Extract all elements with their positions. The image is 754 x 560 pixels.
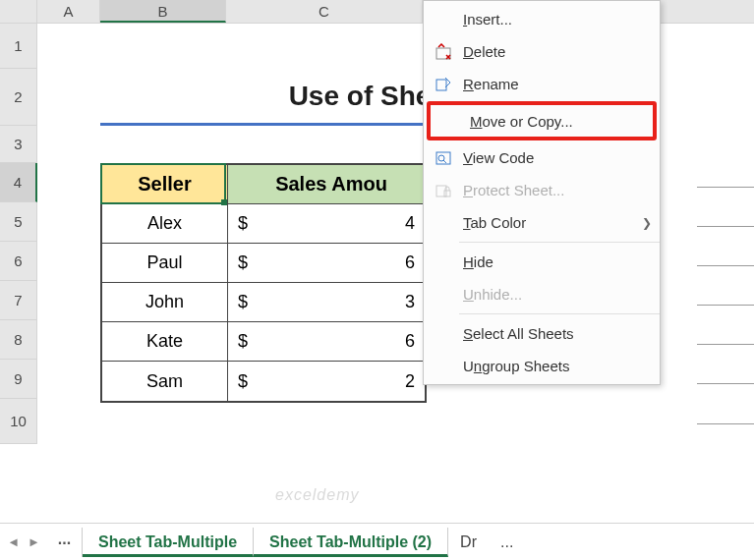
table-row: Kate $6 bbox=[102, 322, 425, 362]
cell-amount[interactable]: $2 bbox=[228, 362, 425, 401]
header-seller[interactable]: Seller bbox=[102, 165, 228, 204]
sheet-tab-3[interactable]: Dr bbox=[448, 528, 489, 557]
tab-color-icon bbox=[430, 212, 457, 234]
menu-protect: Protect Sheet... bbox=[424, 174, 660, 206]
header-amount[interactable]: Sales Amou bbox=[228, 165, 425, 204]
select-all-corner[interactable] bbox=[0, 0, 37, 23]
row-header-6[interactable]: 6 bbox=[0, 242, 37, 281]
row-header-4[interactable]: 4 bbox=[0, 163, 37, 202]
row-headers: 1 2 3 4 5 6 7 8 9 10 bbox=[0, 24, 37, 444]
menu-label: Ungroup Sheets bbox=[463, 358, 652, 374]
chevron-left-icon[interactable]: ◄ bbox=[7, 534, 20, 549]
col-header-b[interactable]: B bbox=[100, 0, 226, 23]
menu-separator bbox=[459, 313, 660, 314]
move-copy-icon bbox=[436, 110, 464, 132]
menu-tab-color[interactable]: Tab Color ❯ bbox=[424, 206, 660, 239]
menu-delete[interactable]: Delete bbox=[424, 35, 660, 68]
tab-overflow-left[interactable]: ... bbox=[47, 528, 83, 557]
insert-icon bbox=[430, 9, 457, 30]
menu-move-copy[interactable]: Move or Copy... bbox=[427, 101, 657, 140]
cell-amount[interactable]: $6 bbox=[228, 322, 425, 362]
cell-seller[interactable]: Kate bbox=[102, 322, 228, 362]
menu-label: Rename bbox=[463, 76, 652, 92]
row-header-9[interactable]: 9 bbox=[0, 360, 37, 399]
protect-icon bbox=[430, 180, 457, 201]
table-row: John $3 bbox=[102, 283, 425, 322]
menu-label: Hide bbox=[463, 253, 652, 270]
cell-amount[interactable]: $4 bbox=[228, 204, 425, 244]
sheet-tab-2[interactable]: Sheet Tab-Multiple (2) bbox=[254, 528, 448, 557]
cell-amount[interactable]: $3 bbox=[228, 283, 425, 322]
row-header-7[interactable]: 7 bbox=[0, 281, 37, 320]
row-header-2[interactable]: 2 bbox=[0, 69, 37, 126]
delete-icon bbox=[430, 41, 457, 63]
chevron-right-icon[interactable]: ► bbox=[28, 534, 40, 549]
hide-icon bbox=[430, 252, 457, 273]
menu-insert[interactable]: Insert... bbox=[424, 3, 660, 35]
table-row: Alex $4 bbox=[102, 204, 425, 244]
row-header-1[interactable]: 1 bbox=[0, 24, 37, 69]
table-row: Sam $2 bbox=[102, 362, 425, 401]
sheet-tab-1[interactable]: Sheet Tab-Multiple bbox=[83, 528, 254, 557]
right-cells bbox=[697, 187, 754, 424]
svg-rect-5 bbox=[444, 191, 450, 196]
cell-seller[interactable]: Paul bbox=[102, 244, 228, 283]
row-header-3[interactable]: 3 bbox=[0, 126, 37, 163]
col-header-c[interactable]: C bbox=[226, 0, 423, 23]
sheet-tab-bar: ◄ ► ... Sheet Tab-Multiple Sheet Tab-Mul… bbox=[0, 523, 754, 560]
menu-separator bbox=[459, 242, 660, 243]
menu-label: Move or Copy... bbox=[470, 113, 645, 130]
menu-label: Delete bbox=[463, 43, 652, 60]
menu-label: View Code bbox=[463, 149, 652, 166]
ungroup-icon bbox=[430, 356, 457, 377]
chevron-right-icon: ❯ bbox=[642, 216, 652, 230]
menu-label: Insert... bbox=[463, 11, 652, 28]
menu-label: Select All Sheets bbox=[463, 325, 652, 342]
view-code-icon bbox=[430, 147, 457, 169]
table-row: Paul $6 bbox=[102, 244, 425, 283]
menu-rename[interactable]: Rename bbox=[424, 68, 660, 100]
cell-seller[interactable]: Alex bbox=[102, 204, 228, 244]
menu-label: Protect Sheet... bbox=[463, 182, 652, 198]
cell-amount[interactable]: $6 bbox=[228, 244, 425, 283]
menu-ungroup[interactable]: Ungroup Sheets bbox=[424, 350, 660, 382]
row-header-8[interactable]: 8 bbox=[0, 320, 37, 360]
tab-nav[interactable]: ◄ ► bbox=[0, 534, 47, 549]
row-header-5[interactable]: 5 bbox=[0, 202, 37, 242]
select-all-icon bbox=[430, 323, 457, 345]
rename-icon bbox=[430, 74, 457, 95]
menu-label: Tab Color bbox=[463, 214, 642, 231]
data-table: Seller Sales Amou Alex $4 Paul $6 John $… bbox=[100, 163, 427, 403]
row-header-10[interactable]: 10 bbox=[0, 399, 37, 444]
spreadsheet-grid: A B C D 1 2 3 4 5 6 7 8 9 10 Use of She … bbox=[0, 0, 754, 499]
cell-seller[interactable]: Sam bbox=[102, 362, 228, 401]
cell-seller[interactable]: John bbox=[102, 283, 228, 322]
sheet-context-menu: Insert... Delete Rename Move or Copy... … bbox=[423, 0, 661, 385]
menu-hide[interactable]: Hide bbox=[424, 246, 660, 278]
unhide-icon bbox=[430, 284, 457, 306]
svg-rect-1 bbox=[436, 80, 446, 90]
menu-label: Unhide... bbox=[463, 286, 652, 303]
menu-view-code[interactable]: View Code bbox=[424, 141, 660, 174]
col-header-a[interactable]: A bbox=[37, 0, 100, 23]
tab-overflow-right[interactable]: ... bbox=[489, 528, 525, 557]
menu-select-all[interactable]: Select All Sheets bbox=[424, 317, 660, 350]
menu-unhide: Unhide... bbox=[424, 278, 660, 310]
